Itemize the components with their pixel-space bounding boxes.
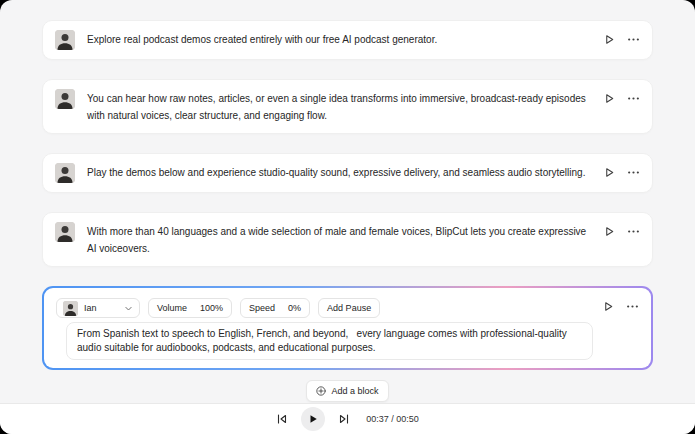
more-icon <box>627 92 640 105</box>
script-block[interactable]: Play the demos below and experience stud… <box>42 153 653 193</box>
block-actions <box>603 300 639 313</box>
more-options-button[interactable] <box>626 300 639 313</box>
speed-label: Speed <box>249 303 275 313</box>
script-block[interactable]: Explore real podcast demos created entir… <box>42 20 653 60</box>
script-block[interactable]: With more than 40 languages and a wide s… <box>42 212 653 267</box>
block-text-input[interactable]: From Spanish text to speech to English, … <box>66 322 593 360</box>
voice-avatar <box>63 301 78 316</box>
plus-circle-icon <box>316 386 326 396</box>
script-block-text[interactable]: With more than 40 languages and a wide s… <box>87 222 592 257</box>
add-block-row: Add a block <box>42 380 653 402</box>
play-block-button[interactable] <box>603 301 614 312</box>
speaker-avatar <box>55 89 75 109</box>
add-block-button[interactable]: Add a block <box>306 380 388 402</box>
play-pause-button[interactable] <box>301 407 325 431</box>
audio-player-bar: 00:37 / 00:50 <box>0 403 695 434</box>
voice-name: Ian <box>84 303 118 313</box>
play-block-button[interactable] <box>604 167 615 178</box>
voice-selector-dropdown[interactable]: Ian <box>56 298 140 318</box>
play-icon <box>604 34 615 45</box>
voice-controls-row: Ian Volume 100% Speed 0% Add Pause <box>56 298 593 318</box>
add-block-label: Add a block <box>331 386 378 396</box>
more-icon <box>626 300 639 313</box>
play-icon <box>604 167 615 178</box>
play-filled-icon <box>308 414 318 424</box>
play-icon <box>603 301 614 312</box>
play-block-button[interactable] <box>604 93 615 104</box>
speaker-avatar <box>55 30 75 50</box>
block-actions <box>604 92 640 105</box>
skip-back-button[interactable] <box>276 413 288 425</box>
play-icon <box>604 226 615 237</box>
script-block-text[interactable]: Explore real podcast demos created entir… <box>87 30 592 48</box>
script-block[interactable]: You can hear how raw notes, articles, or… <box>42 79 653 134</box>
more-icon <box>627 166 640 179</box>
speaker-avatar <box>55 222 75 242</box>
script-blocks-area: Explore real podcast demos created entir… <box>0 0 695 402</box>
app-window: Explore real podcast demos created entir… <box>0 0 695 434</box>
chevron-down-icon <box>124 304 133 313</box>
play-icon <box>604 93 615 104</box>
playback-time: 00:37 / 00:50 <box>366 414 419 424</box>
script-block-text[interactable]: You can hear how raw notes, articles, or… <box>87 89 592 124</box>
play-block-button[interactable] <box>604 226 615 237</box>
skip-forward-button[interactable] <box>338 413 350 425</box>
volume-value: 100% <box>200 303 223 313</box>
speed-value: 0% <box>288 303 301 313</box>
block-actions <box>604 166 640 179</box>
skip-forward-icon <box>338 413 350 425</box>
volume-label: Volume <box>157 303 187 313</box>
speed-control[interactable]: Speed 0% <box>240 298 310 318</box>
block-actions <box>604 33 640 46</box>
add-pause-button[interactable]: Add Pause <box>318 298 380 318</box>
more-options-button[interactable] <box>627 92 640 105</box>
script-block-text[interactable]: Play the demos below and experience stud… <box>87 163 592 181</box>
more-options-button[interactable] <box>627 166 640 179</box>
more-options-button[interactable] <box>627 33 640 46</box>
more-icon <box>627 225 640 238</box>
block-actions <box>604 225 640 238</box>
more-icon <box>627 33 640 46</box>
speaker-avatar <box>55 163 75 183</box>
active-script-block: Ian Volume 100% Speed 0% Add Pause <box>42 286 653 370</box>
play-block-button[interactable] <box>604 34 615 45</box>
volume-control[interactable]: Volume 100% <box>148 298 232 318</box>
more-options-button[interactable] <box>627 225 640 238</box>
skip-back-icon <box>276 413 288 425</box>
add-pause-label: Add Pause <box>327 303 371 313</box>
